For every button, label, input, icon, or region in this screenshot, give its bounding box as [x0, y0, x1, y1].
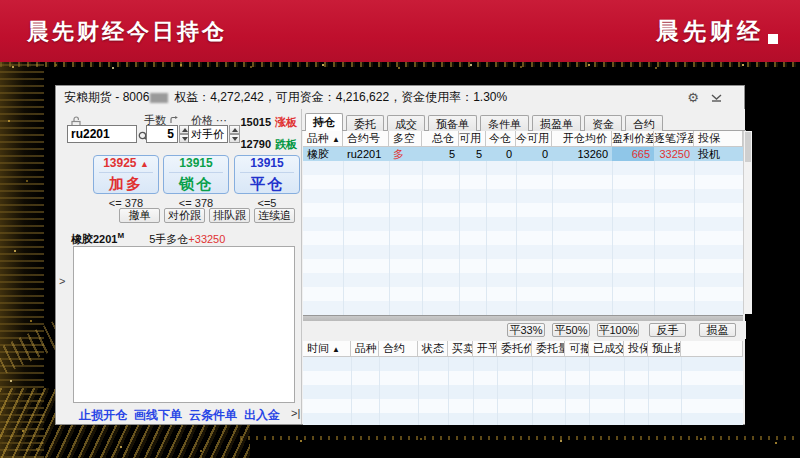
orders-header-row: 时间▲ 品种 合约 状态 买卖 开平 委托价 委托量 可撤 已成交 投保 预止损	[303, 341, 743, 357]
quantity-value[interactable]: 5	[146, 125, 178, 143]
cell-avg-open-price: 13260	[552, 147, 612, 161]
holdings-empty-rows	[303, 161, 743, 315]
account-stats: 权益：4,272,242，可用资金：4,216,622，资金使用率：1.30%	[174, 89, 507, 106]
stop-profit-button[interactable]: 损盈	[699, 323, 736, 337]
col-header-pre-stop-loss[interactable]: 预止损	[648, 341, 681, 356]
position-action-bar: 平33% 平50% 平100% 反手 损盈	[302, 321, 746, 339]
close-position-button[interactable]: 13915 平仓	[234, 155, 300, 194]
quantity-stepper[interactable]: 5	[146, 125, 190, 143]
cell-direction: 多	[389, 147, 422, 161]
broker-account-label: 安粮期货 - 8006	[64, 89, 149, 106]
pnl-value: +33250	[188, 233, 225, 245]
col-header-avg-open-price[interactable]: 开仓均价	[552, 131, 612, 146]
account-redacted-blur	[150, 93, 168, 103]
sort-asc-icon: ▲	[332, 345, 340, 354]
col-header-hedge-flag[interactable]: 投保	[624, 341, 648, 356]
cloud-condition-order-link[interactable]: 云条件单	[189, 407, 237, 424]
col-header-cancelable[interactable]: 可撤	[565, 341, 589, 356]
col-header-profit-spread[interactable]: 盈利价差	[612, 131, 654, 146]
scrollbar-thumb[interactable]	[745, 132, 751, 162]
reverse-button[interactable]: 反手	[649, 323, 686, 337]
cancel-order-button[interactable]: 撤单	[119, 208, 160, 223]
panel-collapse-handle[interactable]: >	[59, 275, 65, 287]
sort-asc-icon: ▲	[332, 135, 340, 144]
cell-profit-spread: 665	[612, 147, 654, 161]
cell-floating-pnl: 33250	[654, 147, 694, 161]
window-titlebar[interactable]: 安粮期货 - 8006 权益：4,272,242，可用资金：4,216,622，…	[56, 86, 744, 109]
close-33-button[interactable]: 平33%	[507, 323, 545, 337]
tab-funds[interactable]: 资金	[584, 115, 622, 131]
panel-footer-links: 止损开仓 画线下单 云条件单 出入金 >|	[57, 407, 301, 421]
col-header-direction[interactable]: 多空	[389, 131, 422, 146]
col-header-contract[interactable]: 合约号	[343, 131, 389, 146]
rollup-icon[interactable]	[711, 94, 722, 102]
positions-panel: 持仓 委托 成交 预备单 条件单 损盈单 资金 合约 品种▲ 合约号 多空 总仓…	[301, 109, 745, 424]
tab-orders[interactable]: 委托	[346, 115, 384, 131]
cell-hedge-flag: 投机	[694, 147, 743, 161]
tab-contracts[interactable]: 合约	[625, 115, 663, 131]
glitter-decoration	[240, 436, 800, 440]
col-header-open-close[interactable]: 开平	[473, 341, 497, 356]
vertical-scrollbar[interactable]	[743, 131, 752, 314]
col-header-filled[interactable]: 已成交	[589, 341, 624, 356]
tab-trades[interactable]: 成交	[387, 115, 425, 131]
price-up-button[interactable]	[229, 125, 240, 134]
tab-positions[interactable]: 持仓	[305, 113, 343, 131]
col-header-today[interactable]: 今仓	[486, 131, 516, 146]
queue-follow-button[interactable]: 排队跟	[209, 208, 250, 223]
tab-condition-orders[interactable]: 条件单	[480, 115, 529, 131]
col-header-hedge-flag[interactable]: 投保	[694, 131, 743, 146]
message-box[interactable]	[73, 246, 295, 403]
col-header-total[interactable]: 总仓	[422, 131, 459, 146]
col-header-buy-sell[interactable]: 买卖	[448, 341, 473, 356]
close-100-button[interactable]: 平100%	[597, 323, 639, 337]
col-header-order-price[interactable]: 委托价	[497, 341, 532, 356]
cycle-icon[interactable]	[169, 116, 179, 125]
price-type-stepper[interactable]: 对手价	[188, 125, 240, 143]
triangle-down-icon	[232, 137, 238, 141]
follow-counter-price-button[interactable]: 对价跟	[164, 208, 205, 223]
col-header-status[interactable]: 状态	[418, 341, 448, 356]
holdings-header-row: 品种▲ 合约号 多空 总仓 可用 今仓 今可用 开仓均价 盈利价差 逐笔浮盈 投…	[303, 131, 743, 147]
orders-empty-rows	[303, 357, 743, 425]
brand-period-square	[768, 34, 778, 44]
triangle-up-icon	[182, 128, 188, 132]
col-header-filler	[681, 341, 743, 356]
col-header-time[interactable]: 时间▲	[303, 341, 351, 356]
top-banner: 晨先财经今日持仓 晨先财经	[0, 0, 800, 62]
order-entry-panel: 手数 价格 ⋯ 5 对手价 15015涨板 12790跌板	[57, 109, 301, 424]
holdings-data-row[interactable]: 橡胶 ru2201 多 5 5 0 0 13260 665 33250 投机	[303, 147, 743, 161]
col-header-contract[interactable]: 合约	[379, 341, 418, 356]
price-type-value[interactable]: 对手价	[188, 125, 228, 143]
price-down-button[interactable]	[229, 134, 240, 143]
symbol-input[interactable]	[67, 125, 137, 143]
col-header-floating-pnl[interactable]: 逐笔浮盈	[654, 131, 694, 146]
triangle-up-icon	[232, 128, 238, 132]
col-header-instrument[interactable]: 品种	[351, 341, 379, 356]
panel-expand-handle[interactable]: >|	[291, 407, 300, 419]
cell-today-available: 0	[516, 147, 552, 161]
lock-position-button[interactable]: 13915 锁仓	[163, 155, 229, 194]
trading-window: 安粮期货 - 8006 权益：4,272,242，可用资金：4,216,622，…	[55, 85, 745, 425]
limit-down-price: 12790跌板	[240, 137, 297, 152]
col-header-instrument[interactable]: 品种▲	[303, 131, 343, 146]
holdings-table: 品种▲ 合约号 多空 总仓 可用 今仓 今可用 开仓均价 盈利价差 逐笔浮盈 投…	[303, 131, 743, 323]
brand-text: 晨先财经	[656, 16, 764, 47]
orders-table: 时间▲ 品种 合约 状态 买卖 开平 委托价 委托量 可撤 已成交 投保 预止损	[303, 341, 743, 425]
tab-stop-profit-orders[interactable]: 损盈单	[532, 115, 581, 131]
banner-title: 晨先财经今日持仓	[27, 17, 227, 47]
col-header-order-qty[interactable]: 委托量	[532, 341, 565, 356]
gear-icon[interactable]: ⚙	[687, 91, 699, 104]
limit-up-price: 15015涨板	[240, 115, 297, 130]
continuous-chase-button[interactable]: 连续追	[254, 208, 295, 223]
stop-loss-open-link[interactable]: 止损开仓	[79, 407, 127, 424]
draw-line-order-link[interactable]: 画线下单	[134, 407, 182, 424]
tab-bar: 持仓 委托 成交 预备单 条件单 损盈单 资金 合约	[305, 114, 666, 131]
tab-prepared-orders[interactable]: 预备单	[428, 115, 477, 131]
close-50-button[interactable]: 平50%	[552, 323, 590, 337]
add-long-button[interactable]: 13925 ▲ 加多	[93, 155, 159, 194]
deposit-withdraw-link[interactable]: 出入金	[244, 407, 280, 424]
col-header-today-available[interactable]: 今可用	[516, 131, 552, 146]
col-header-available[interactable]: 可用	[459, 131, 486, 146]
cell-available: 5	[459, 147, 486, 161]
